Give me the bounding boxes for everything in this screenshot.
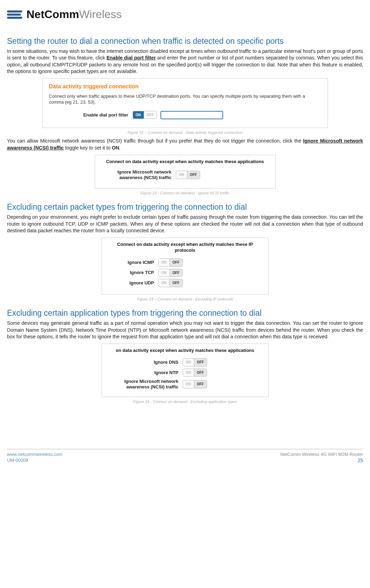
- footer-docnum: UM-00009: [7, 458, 28, 463]
- ignore-tcp-label: Ignore TCP: [110, 270, 158, 275]
- heading-exclude-packets: Excluding certain packet types from trig…: [7, 202, 363, 212]
- toggle-off: OFF: [194, 369, 207, 377]
- ignore-udp-label: Ignore UDP: [110, 280, 158, 286]
- panel-exclude-ip: Connect on data activity except when act…: [102, 237, 269, 295]
- panel-header: Connect on data activity except when act…: [110, 241, 261, 253]
- toggle-off: OFF: [144, 111, 157, 119]
- toggle-on: ON: [133, 111, 144, 119]
- brand-logo-icon: [7, 8, 23, 21]
- ignore-icmp-label: Ignore ICMP: [110, 260, 158, 265]
- footer-url[interactable]: www.netcommwireless.com: [7, 452, 63, 457]
- paragraph-ncsi: You can allow Microsoft network awarenes…: [7, 138, 363, 151]
- panel-header: Connect on data activity except when act…: [103, 159, 268, 165]
- ignore-ntp-toggle[interactable]: ON OFF: [183, 369, 207, 377]
- panel-desc: Connect only when traffic appears to the…: [49, 93, 321, 105]
- enable-dial-port-filter-toggle[interactable]: ON OFF: [133, 111, 157, 119]
- toggle-on: ON: [183, 369, 194, 377]
- toggle-on: ON: [176, 171, 187, 179]
- figure-21-caption: Figure 21 – Connect on demand - Data act…: [7, 130, 363, 135]
- ignore-ncsi-label: Ignore Microsoft network awareness (NCSI…: [103, 169, 176, 180]
- toggle-off: OFF: [194, 380, 207, 388]
- ignore-udp-toggle[interactable]: ON OFF: [158, 279, 183, 287]
- brand-header: NetCommWireless: [7, 7, 363, 22]
- dial-port-filter-input[interactable]: [160, 111, 223, 119]
- toggle-on: ON: [183, 380, 194, 388]
- figure-24: on data activity except when activity ma…: [7, 344, 363, 404]
- toggle-on: ON: [159, 259, 170, 266]
- page-footer: www.netcommwireless.com UM-00009 NetComm…: [7, 451, 363, 464]
- ignore-ntp-label: Ignore NTP: [110, 370, 183, 376]
- ignore-ncsi-label: Ignore Microsoft network awareness (NCSI…: [110, 379, 183, 389]
- footer-rule: [7, 449, 363, 449]
- enable-dial-port-filter-term: Enable dial port filter: [107, 55, 156, 61]
- enable-dial-port-filter-label: Enable dial port filter: [63, 112, 133, 118]
- paragraph-exclude-packets: Depending on your environment, you might…: [7, 214, 363, 234]
- ignore-dns-label: Ignore DNS: [110, 360, 183, 365]
- figure-23: Connect on data activity except when act…: [7, 237, 363, 301]
- paragraph-exclude-apps: Some devices may generate general traffi…: [7, 320, 363, 340]
- brand-name-bold: NetComm: [26, 8, 79, 21]
- figure-22: Connect on data activity except when act…: [7, 155, 363, 196]
- toggle-on: ON: [159, 269, 170, 277]
- heading-exclude-apps: Excluding certain application types from…: [7, 308, 363, 319]
- figure-22-caption: Figure 22 - Connect on demand - Ignore N…: [7, 191, 363, 196]
- toggle-off: OFF: [170, 269, 182, 277]
- brand-name-light: Wireless: [79, 8, 122, 21]
- panel-title: Data activity triggered connection: [49, 83, 321, 90]
- toggle-off: OFF: [170, 259, 182, 266]
- figure-21: Data activity triggered connection Conne…: [7, 78, 363, 135]
- ignore-dns-toggle[interactable]: ON OFF: [183, 358, 207, 367]
- ignore-ncsi-toggle[interactable]: ON OFF: [176, 171, 200, 179]
- toggle-on: ON: [159, 279, 170, 287]
- footer-product: NetComm Wireless 4G WiFi M2M Router: [280, 452, 363, 457]
- footer-page-number: 25: [357, 458, 363, 463]
- ignore-ncsi-toggle-2[interactable]: ON OFF: [183, 380, 207, 388]
- toggle-off: OFF: [170, 279, 182, 287]
- on-word: ON: [112, 145, 119, 151]
- panel-ignore-ncsi: Connect on data activity except when act…: [95, 155, 276, 188]
- paragraph-dial-on-ports: In some situations, you may wish to have…: [7, 48, 363, 75]
- heading-dial-on-ports: Setting the router to dial a connection …: [7, 36, 363, 47]
- toggle-off: OFF: [194, 359, 207, 366]
- panel-data-activity-triggered: Data activity triggered connection Conne…: [42, 78, 328, 128]
- toggle-off: OFF: [187, 171, 200, 179]
- figure-24-caption: Figure 24 - Connect on demand - Excludin…: [7, 399, 363, 404]
- ignore-icmp-toggle[interactable]: ON OFF: [158, 258, 183, 267]
- panel-header: on data activity except when activity ma…: [110, 347, 261, 354]
- toggle-on: ON: [183, 359, 194, 366]
- brand-name: NetCommWireless: [26, 7, 122, 22]
- panel-exclude-apps: on data activity except when activity ma…: [102, 344, 269, 397]
- figure-23-caption: Figure 23 – Connect on demand - Excludin…: [7, 297, 363, 302]
- ignore-tcp-toggle[interactable]: ON OFF: [158, 269, 183, 277]
